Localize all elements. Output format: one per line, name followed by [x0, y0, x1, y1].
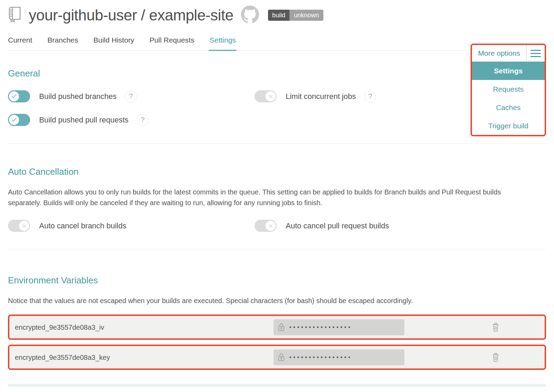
toggle-row: Build pushed pull requests ? [8, 114, 546, 126]
tab-current[interactable]: Current [8, 36, 32, 50]
tab-build-history[interactable]: Build History [93, 36, 134, 50]
build-pushed-pull-requests-toggle[interactable] [8, 114, 30, 126]
toggle-knob-check-icon [9, 91, 19, 101]
env-var-name: encrypted_9e3557de08a3_iv [15, 323, 104, 331]
delete-env-var-icon[interactable] [492, 322, 500, 332]
environment-variables-heading: Environment Variables [8, 275, 546, 286]
lock-icon [278, 353, 285, 362]
page-title: your-github-user / example-site [29, 7, 233, 24]
hamburger-menu-icon[interactable] [527, 45, 545, 62]
tab-branches[interactable]: Branches [47, 36, 78, 50]
delete-env-var-icon[interactable] [492, 353, 500, 362]
tab-settings[interactable]: Settings [209, 36, 236, 50]
build-pushed-branches-setting: Build pushed branches ? [8, 90, 254, 102]
page-header: your-github-user / example-site build un… [8, 0, 546, 25]
more-options-dropdown: More options Settings Requests Caches Tr… [471, 44, 546, 136]
section-divider [8, 249, 546, 249]
toggle-knob-x-icon [266, 221, 276, 231]
auto-cancel-branch-builds-setting: Auto cancel branch builds [8, 220, 254, 232]
toggle-label: Build pushed pull requests [39, 116, 128, 125]
auto-cancel-pull-request-builds-setting: Auto cancel pull request builds [254, 220, 389, 232]
help-icon[interactable]: ? [364, 91, 376, 102]
settings-page: your-github-user / example-site build un… [0, 0, 554, 392]
env-var-value-field[interactable]: •••••••••••••••• [274, 319, 404, 335]
next-row-partial [8, 384, 546, 387]
menu-item-settings[interactable]: Settings [472, 62, 545, 80]
toggle-knob-check-icon [9, 115, 19, 125]
auto-cancellation-heading: Auto Cancellation [8, 166, 546, 177]
github-icon[interactable] [241, 6, 259, 25]
limit-concurrent-jobs-setting: Limit concurrent jobs ? [254, 90, 376, 102]
build-pushed-branches-toggle[interactable] [8, 90, 30, 102]
env-var-name: encrypted_9e3557de08a3_key [15, 353, 110, 361]
toggle-label: Limit concurrent jobs [286, 92, 356, 101]
help-icon[interactable]: ? [125, 91, 137, 102]
masked-value: •••••••••••••••• [289, 324, 352, 331]
more-options-button[interactable]: More options [472, 45, 526, 62]
env-var-value-field[interactable]: •••••••••••••••• [274, 349, 404, 365]
toggle-label: Auto cancel branch builds [39, 221, 126, 230]
build-status-badge[interactable]: build unknown [268, 10, 323, 21]
more-options-header: More options [472, 45, 545, 62]
badge-label: build [268, 10, 289, 21]
toggle-label: Auto cancel pull request builds [286, 221, 389, 230]
toggle-knob-x-icon [19, 221, 29, 231]
menu-item-caches[interactable]: Caches [472, 98, 545, 117]
menu-item-requests[interactable]: Requests [472, 80, 545, 98]
toggle-label: Build pushed branches [39, 92, 117, 101]
toggle-row: Build pushed branches ? Limit concurrent… [8, 90, 546, 102]
lock-icon [278, 323, 285, 331]
env-var-row: encrypted_9e3557de08a3_key •••••••••••••… [8, 345, 546, 370]
environment-variables-notice: Notice that the values are not escaped w… [8, 295, 514, 306]
toggle-row: Auto cancel branch builds Auto cancel pu… [8, 220, 546, 232]
build-pushed-pull-requests-setting: Build pushed pull requests ? [8, 114, 149, 126]
general-heading: General [8, 68, 546, 79]
env-var-row: encrypted_9e3557de08a3_iv ••••••••••••••… [8, 314, 546, 340]
tab-pull-requests[interactable]: Pull Requests [150, 36, 195, 50]
menu-item-trigger-build[interactable]: Trigger build [472, 117, 545, 135]
masked-value: •••••••••••••••• [289, 354, 352, 361]
section-divider [8, 143, 546, 144]
badge-status: unknown [289, 10, 323, 21]
limit-concurrent-jobs-toggle[interactable] [254, 90, 277, 102]
auto-cancel-branch-builds-toggle[interactable] [8, 220, 30, 232]
auto-cancel-pull-request-builds-toggle[interactable] [254, 220, 277, 232]
toggle-knob-x-icon [266, 91, 276, 101]
help-icon[interactable]: ? [137, 114, 149, 126]
tab-bar: Current Branches Build History Pull Requ… [8, 36, 546, 51]
repository-book-icon [8, 6, 22, 24]
auto-cancellation-description: Auto Cancellation allows you to only run… [8, 187, 514, 208]
